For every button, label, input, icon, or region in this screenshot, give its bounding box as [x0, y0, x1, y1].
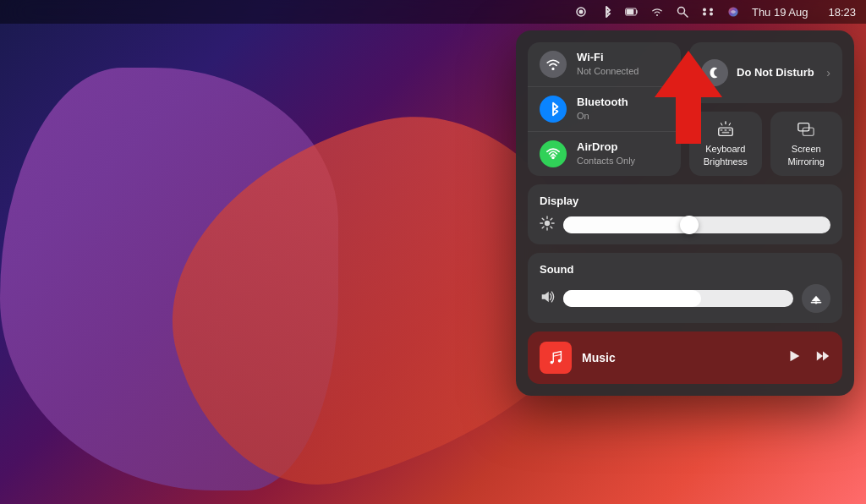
screen-mirroring-label: Screen Mirroring: [781, 143, 833, 167]
svg-point-6: [703, 8, 706, 12]
svg-point-12: [551, 156, 555, 160]
brightness-icon: [540, 216, 555, 234]
cc-small-tiles: Keyboard Brightness Screen Mirroring: [689, 112, 842, 176]
wifi-icon: [540, 51, 567, 78]
airdrop-toggle[interactable]: AirDrop Contacts Only: [528, 132, 681, 176]
display-section: Display: [528, 184, 842, 244]
battery-icon[interactable]: [625, 5, 639, 19]
svg-marker-33: [791, 350, 800, 361]
svg-rect-3: [627, 9, 634, 14]
bluetooth-menubar-icon[interactable]: [600, 5, 613, 19]
screen-mirroring-icon: [797, 120, 815, 139]
bluetooth-toggle[interactable]: Bluetooth On: [528, 87, 681, 132]
music-controls: [787, 348, 830, 368]
wifi-title: Wi-Fi: [577, 51, 639, 65]
svg-point-7: [710, 8, 713, 12]
volume-icon: [540, 289, 555, 308]
sound-slider-row: [540, 284, 830, 313]
display-brightness-slider[interactable]: [563, 216, 830, 233]
bluetooth-subtitle: On: [577, 110, 628, 122]
cc-right-cluster: Do Not Disturb ›: [689, 42, 842, 176]
dnd-icon: [701, 59, 728, 86]
svg-marker-35: [823, 351, 829, 360]
svg-point-8: [703, 12, 706, 15]
svg-rect-22: [803, 129, 814, 136]
dnd-content: Do Not Disturb: [701, 59, 814, 86]
airdrop-subtitle: Contacts Only: [577, 155, 635, 167]
airdrop-text: AirDrop Contacts Only: [577, 140, 635, 167]
wifi-menubar-icon[interactable]: [650, 5, 664, 19]
svg-rect-15: [724, 129, 726, 131]
svg-point-11: [551, 68, 554, 70]
keyboard-brightness-tile[interactable]: Keyboard Brightness: [689, 112, 762, 176]
airdrop-icon: [540, 140, 567, 167]
display-brightness-thumb: [680, 216, 699, 234]
menubar: Thu 19 Aug 18:23: [0, 0, 866, 24]
bluetooth-text: Bluetooth On: [577, 96, 628, 122]
display-slider-row: [540, 216, 830, 234]
svg-point-9: [710, 12, 713, 15]
music-app-title: Music: [582, 351, 776, 364]
bluetooth-title: Bluetooth: [577, 96, 628, 110]
svg-line-28: [542, 218, 544, 220]
screen-record-icon[interactable]: [574, 5, 588, 19]
svg-rect-16: [728, 129, 731, 131]
svg-point-32: [814, 301, 817, 304]
siri-icon[interactable]: [726, 5, 740, 19]
control-center-panel: Wi-Fi Not Connected Bluetooth On: [516, 30, 854, 396]
spotlight-icon[interactable]: [676, 5, 689, 19]
svg-line-30: [551, 218, 552, 220]
bluetooth-icon: [540, 96, 567, 123]
keyboard-brightness-icon: [716, 120, 735, 139]
wifi-text: Wi-Fi Not Connected: [577, 51, 639, 77]
forward-icon: [815, 348, 830, 364]
menubar-date: Thu 19 Aug: [752, 6, 808, 19]
dnd-tile[interactable]: Do Not Disturb ›: [689, 42, 842, 103]
music-play-button[interactable]: [787, 348, 802, 368]
dnd-chevron-icon: ›: [826, 66, 830, 79]
sound-volume-slider[interactable]: [563, 290, 793, 307]
wifi-toggle[interactable]: Wi-Fi Not Connected: [528, 42, 681, 87]
display-label: Display: [540, 194, 830, 207]
music-note-icon: [546, 348, 565, 367]
dnd-title: Do Not Disturb: [737, 66, 814, 80]
airplay-icon: [809, 292, 823, 305]
svg-rect-14: [720, 129, 722, 131]
svg-line-20: [729, 123, 730, 125]
svg-line-31: [542, 227, 544, 228]
svg-point-23: [545, 221, 550, 226]
svg-line-5: [683, 14, 688, 18]
music-forward-button[interactable]: [815, 348, 830, 368]
sound-volume-fill: [563, 290, 701, 307]
menubar-time: 18:23: [828, 6, 856, 19]
svg-line-29: [551, 227, 552, 228]
svg-rect-17: [722, 132, 729, 134]
svg-rect-21: [798, 123, 809, 131]
airplay-audio-button[interactable]: [802, 284, 830, 313]
svg-marker-34: [817, 351, 823, 360]
dnd-text: Do Not Disturb: [737, 66, 814, 80]
control-center-icon[interactable]: [701, 5, 715, 19]
sound-section: Sound: [528, 253, 842, 323]
airdrop-title: AirDrop: [577, 140, 635, 155]
menubar-icons: Thu 19 Aug 18:23: [574, 5, 856, 19]
screen-mirroring-tile[interactable]: Screen Mirroring: [770, 112, 843, 176]
keyboard-brightness-label: Keyboard Brightness: [699, 143, 752, 167]
display-brightness-fill: [563, 216, 689, 233]
music-app-icon: [540, 342, 572, 374]
wifi-subtitle: Not Connected: [577, 65, 639, 77]
cc-top-row: Wi-Fi Not Connected Bluetooth On: [528, 42, 842, 176]
sound-label: Sound: [540, 263, 830, 276]
play-icon: [787, 348, 802, 364]
cc-network-cluster: Wi-Fi Not Connected Bluetooth On: [528, 42, 681, 176]
svg-point-1: [578, 10, 583, 14]
music-section: Music: [528, 331, 842, 384]
svg-line-19: [721, 123, 721, 125]
